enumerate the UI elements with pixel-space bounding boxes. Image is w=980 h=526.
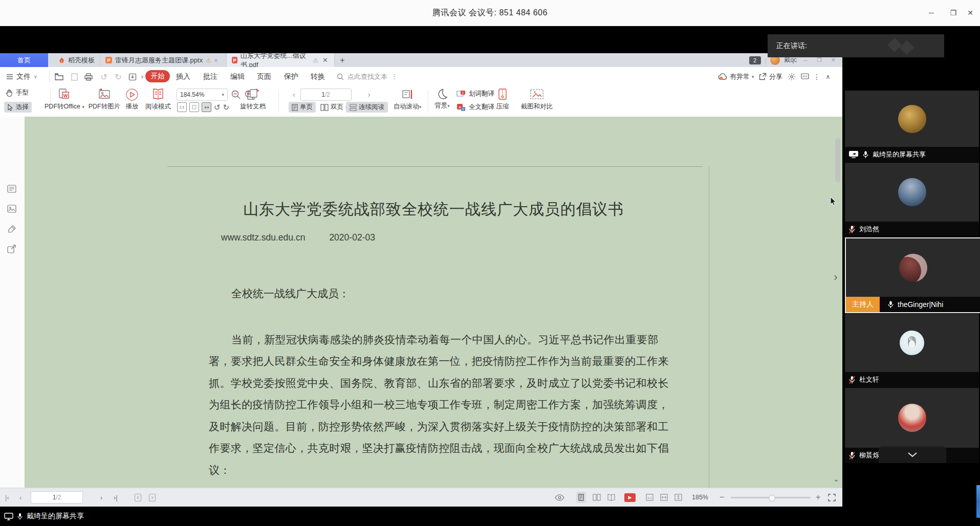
menu-protect[interactable]: 保护: [284, 67, 298, 86]
menu-edit[interactable]: 编辑: [230, 67, 245, 86]
pdf-file-icon: P: [232, 57, 237, 63]
pdf-to-office-button[interactable]: W PDF转Office ▾: [43, 88, 86, 111]
eye-protect-icon[interactable]: [555, 488, 564, 507]
minimize-button[interactable]: ─: [922, 0, 941, 26]
open-icon[interactable]: [53, 71, 64, 82]
wps-minimize-icon[interactable]: ─: [801, 57, 810, 63]
menu-comment[interactable]: 批注: [203, 67, 217, 86]
participant-tile[interactable]: 刘浩然: [845, 163, 979, 237]
continuous-read-button[interactable]: 连续阅读: [346, 102, 388, 113]
pdf-tab-close-icon[interactable]: ✕: [321, 56, 329, 64]
snapshot-compare-button[interactable]: 截图和对比: [518, 88, 556, 111]
outline-panel-icon[interactable]: [7, 185, 16, 193]
rotate-right-icon[interactable]: ↻: [223, 103, 230, 111]
menu-start[interactable]: 开始: [145, 70, 170, 82]
zoom-minus-button[interactable]: −: [720, 488, 724, 507]
new-tab-button[interactable]: +: [335, 53, 350, 67]
file-menu[interactable]: 文件 ∨: [6, 67, 37, 86]
annotation-panel-icon[interactable]: [7, 225, 16, 233]
single-page-button[interactable]: 单页: [289, 102, 316, 113]
zoom-slider-knob[interactable]: [769, 495, 775, 501]
read-mode-button[interactable]: 阅读模式: [143, 88, 173, 111]
export-panel-icon[interactable]: [7, 245, 16, 253]
chevron-down-icon[interactable]: ∨: [139, 71, 145, 82]
collapse-ribbon-icon[interactable]: ∧: [823, 71, 833, 82]
find-text-box[interactable]: 点此查找文本 ⋮: [337, 67, 398, 86]
fit-actual-icon[interactable]: 1:1: [646, 488, 654, 507]
vertical-scrollbar[interactable]: [835, 138, 840, 182]
view-single-page-icon[interactable]: [576, 492, 586, 503]
settings-gear-icon[interactable]: [786, 71, 797, 82]
zoom-plus-button[interactable]: +: [816, 488, 820, 507]
participant-tile[interactable]: 戴绮呈的屏幕共享: [845, 91, 979, 162]
feedback-comment-icon[interactable]: [799, 71, 811, 82]
next-page-icon[interactable]: ›: [368, 91, 371, 99]
prev-view-icon[interactable]: [134, 488, 142, 507]
more-kebab-icon[interactable]: ⋮: [814, 71, 820, 82]
zoom-percent-label[interactable]: 185%: [692, 488, 708, 507]
hand-tool[interactable]: 手型: [5, 89, 29, 97]
view-book-icon[interactable]: [607, 488, 616, 507]
body-line: 及时解决问题。目前，防控形势依然严峻，为深入贯彻落实好上级关于疫情防控的决策部署…: [209, 420, 690, 434]
double-page-button[interactable]: 双页▾: [318, 102, 350, 113]
save-as-icon[interactable]: [127, 71, 138, 82]
word-translate-button[interactable]: 文 划词翻译: [456, 90, 494, 98]
thumbnail-panel-icon[interactable]: [7, 205, 16, 213]
menu-convert[interactable]: 转换: [311, 67, 325, 86]
redo-icon[interactable]: ↻: [113, 71, 124, 82]
wps-maximize-icon[interactable]: ❐: [814, 57, 824, 63]
fit-width-icon[interactable]: [202, 102, 211, 112]
slideshow-play-button[interactable]: ▶: [624, 488, 636, 507]
full-translate-button[interactable]: A文 全文翻译: [456, 103, 494, 112]
participant-tile-active-speaker[interactable]: 主持人 theGinger|Nihi: [845, 237, 980, 313]
prev-page-icon[interactable]: ‹: [293, 91, 295, 99]
kebab-icon[interactable]: ⋮: [391, 73, 398, 80]
zoom-select[interactable]: 184.54%▾: [177, 89, 228, 101]
fit-page-status-icon[interactable]: [674, 488, 682, 507]
rotate-left-icon[interactable]: ↺: [214, 103, 221, 111]
notification-badge[interactable]: 2: [749, 56, 761, 64]
next-page-icon[interactable]: ›: [100, 488, 102, 507]
pdf-to-image-button[interactable]: PDF转图片: [88, 88, 121, 111]
print-icon[interactable]: [83, 71, 94, 82]
panel-expand-arrow[interactable]: ›: [830, 268, 841, 287]
page-number-box[interactable]: 1/2: [300, 89, 352, 101]
actual-size-icon[interactable]: 1:1: [177, 102, 187, 112]
share-button[interactable]: 分享: [759, 67, 782, 86]
rotate-doc-button[interactable]: 旋转文档: [238, 88, 267, 111]
zoom-slider[interactable]: [731, 488, 811, 507]
prev-page-icon[interactable]: ‹: [19, 488, 21, 507]
pdf-viewport[interactable]: 山东大学党委统战部致全校统一战线广大成员的倡议书 www.sdtz.sdu.ed…: [25, 117, 842, 488]
menu-page[interactable]: 页面: [257, 67, 271, 86]
tab-home[interactable]: 首页: [0, 53, 48, 67]
fit-page-icon[interactable]: [189, 102, 199, 112]
tab-docer[interactable]: 稻壳模板: [53, 53, 100, 67]
autoscroll-button[interactable]: 自动滚动▾: [391, 88, 424, 111]
select-tool[interactable]: 选择: [4, 102, 32, 113]
participant-tile[interactable]: 杜文轩: [845, 314, 979, 387]
menu-insert[interactable]: 插入: [176, 67, 190, 86]
watermark-diamond: [887, 38, 902, 52]
pdf-warning-icon[interactable]: ⚠: [313, 57, 318, 64]
pptx-warning-icon[interactable]: ⚠: [206, 57, 211, 64]
fit-width-status-icon[interactable]: [660, 488, 668, 507]
next-view-icon[interactable]: [148, 488, 156, 507]
new-doc-icon[interactable]: [69, 71, 80, 82]
wps-close-icon[interactable]: ✕: [829, 57, 838, 63]
first-page-icon[interactable]: |‹: [5, 488, 9, 507]
last-page-icon[interactable]: ›|: [114, 488, 118, 507]
collapse-video-list-button[interactable]: [879, 446, 946, 463]
compress-button[interactable]: 压缩: [492, 88, 513, 111]
play-button[interactable]: 播放: [123, 88, 141, 111]
tab-pptx[interactable]: P 雷锋月志愿服务主题团课.pptx ⚠: [100, 53, 227, 67]
tab-pdf-active[interactable]: P 山东大学党委统...倡议书.pdf ⚠ ✕: [227, 53, 335, 67]
view-double-page-icon[interactable]: [593, 488, 601, 507]
scroll-down-hint-icon[interactable]: ⌄: [833, 475, 839, 483]
close-button[interactable]: ✕: [961, 0, 980, 26]
background-button[interactable]: 背景▾: [431, 88, 453, 110]
status-page-box[interactable]: 1/2: [31, 488, 83, 507]
sync-status-button[interactable]: ! 有异常 ▾: [718, 67, 754, 86]
fullscreen-icon[interactable]: [828, 488, 836, 507]
undo-icon[interactable]: ↺: [98, 71, 110, 82]
participant-namebar: 杜文轩: [845, 372, 979, 387]
